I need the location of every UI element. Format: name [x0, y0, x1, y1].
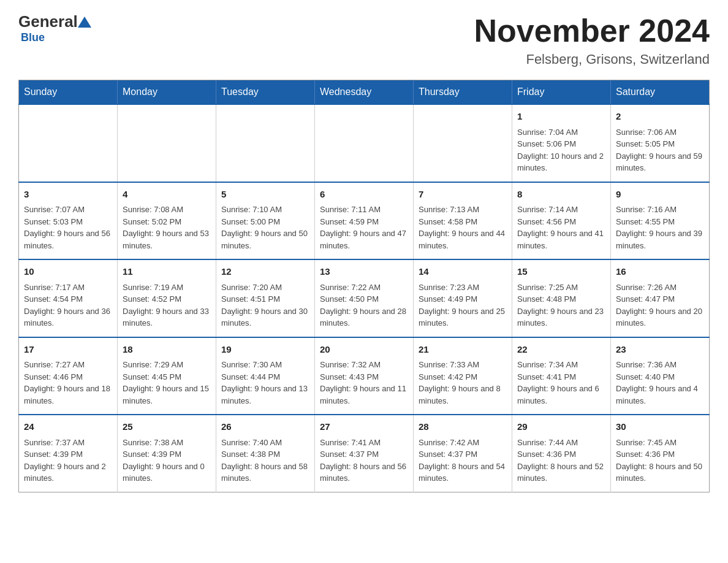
day-info: Sunrise: 7:33 AMSunset: 4:42 PMDaylight:… — [419, 359, 507, 407]
day-info: Sunrise: 7:14 AMSunset: 4:56 PMDaylight:… — [517, 204, 605, 251]
calendar-day-cell: 1Sunrise: 7:04 AMSunset: 5:06 PMDaylight… — [512, 104, 611, 182]
day-header-sunday: Sunday — [19, 80, 118, 105]
logo-text: General — [18, 12, 91, 31]
day-info: Sunrise: 7:26 AMSunset: 4:47 PMDaylight:… — [616, 282, 704, 329]
calendar-week-row: 24Sunrise: 7:37 AMSunset: 4:39 PMDayligh… — [19, 415, 710, 492]
day-info: Sunrise: 7:20 AMSunset: 4:51 PMDaylight:… — [221, 282, 309, 329]
day-info: Sunrise: 7:13 AMSunset: 4:58 PMDaylight:… — [419, 204, 507, 251]
calendar-day-cell: 29Sunrise: 7:44 AMSunset: 4:36 PMDayligh… — [512, 415, 611, 492]
day-info: Sunrise: 7:40 AMSunset: 4:38 PMDaylight:… — [221, 437, 309, 484]
day-number: 5 — [221, 188, 309, 202]
day-number: 2 — [616, 110, 704, 124]
day-header-friday: Friday — [512, 80, 611, 105]
day-number: 30 — [616, 420, 704, 434]
title-section: November 2024 Felsberg, Grisons, Switzer… — [474, 12, 710, 67]
day-info: Sunrise: 7:04 AMSunset: 5:06 PMDaylight:… — [517, 126, 605, 174]
day-header-tuesday: Tuesday — [216, 80, 315, 105]
day-number: 25 — [123, 420, 211, 434]
day-info: Sunrise: 7:38 AMSunset: 4:39 PMDaylight:… — [123, 437, 211, 484]
day-info: Sunrise: 7:32 AMSunset: 4:43 PMDaylight:… — [320, 359, 408, 407]
calendar-day-cell: 9Sunrise: 7:16 AMSunset: 4:55 PMDaylight… — [611, 182, 710, 260]
day-number: 17 — [24, 343, 112, 357]
day-info: Sunrise: 7:10 AMSunset: 5:00 PMDaylight:… — [221, 204, 309, 251]
day-header-thursday: Thursday — [414, 80, 512, 105]
day-number: 11 — [123, 265, 211, 279]
day-number: 27 — [320, 420, 408, 434]
day-info: Sunrise: 7:07 AMSunset: 5:03 PMDaylight:… — [24, 204, 112, 251]
main-title: November 2024 — [474, 12, 710, 49]
calendar-day-cell: 25Sunrise: 7:38 AMSunset: 4:39 PMDayligh… — [118, 415, 216, 492]
day-info: Sunrise: 7:17 AMSunset: 4:54 PMDaylight:… — [24, 282, 112, 329]
day-number: 19 — [221, 343, 309, 357]
calendar-day-cell: 6Sunrise: 7:11 AMSunset: 4:59 PMDaylight… — [315, 182, 414, 260]
calendar-day-cell: 21Sunrise: 7:33 AMSunset: 4:42 PMDayligh… — [414, 337, 512, 415]
day-info: Sunrise: 7:06 AMSunset: 5:05 PMDaylight:… — [616, 126, 704, 174]
calendar-week-row: 1Sunrise: 7:04 AMSunset: 5:06 PMDaylight… — [19, 104, 710, 182]
day-number: 28 — [419, 420, 507, 434]
day-number: 26 — [221, 420, 309, 434]
calendar-day-cell: 16Sunrise: 7:26 AMSunset: 4:47 PMDayligh… — [611, 259, 710, 337]
logo: General Blue — [18, 12, 91, 44]
calendar-day-cell: 22Sunrise: 7:34 AMSunset: 4:41 PMDayligh… — [512, 337, 611, 415]
calendar-day-cell — [118, 104, 216, 182]
calendar-day-cell: 2Sunrise: 7:06 AMSunset: 5:05 PMDaylight… — [611, 104, 710, 182]
calendar-day-cell: 11Sunrise: 7:19 AMSunset: 4:52 PMDayligh… — [118, 259, 216, 337]
day-info: Sunrise: 7:41 AMSunset: 4:37 PMDaylight:… — [320, 437, 408, 484]
day-number: 12 — [221, 265, 309, 279]
day-number: 22 — [517, 343, 605, 357]
day-info: Sunrise: 7:42 AMSunset: 4:37 PMDaylight:… — [419, 437, 507, 484]
calendar-day-cell: 24Sunrise: 7:37 AMSunset: 4:39 PMDayligh… — [19, 415, 118, 492]
day-header-saturday: Saturday — [611, 80, 710, 105]
calendar-day-cell: 8Sunrise: 7:14 AMSunset: 4:56 PMDaylight… — [512, 182, 611, 260]
day-info: Sunrise: 7:22 AMSunset: 4:50 PMDaylight:… — [320, 282, 408, 329]
day-info: Sunrise: 7:19 AMSunset: 4:52 PMDaylight:… — [123, 282, 211, 329]
logo-triangle-icon — [78, 17, 91, 28]
calendar-day-cell — [216, 104, 315, 182]
calendar-day-cell: 7Sunrise: 7:13 AMSunset: 4:58 PMDaylight… — [414, 182, 512, 260]
logo-subtitle: Blue — [21, 31, 45, 44]
calendar-day-cell: 18Sunrise: 7:29 AMSunset: 4:45 PMDayligh… — [118, 337, 216, 415]
calendar-header-row: SundayMondayTuesdayWednesdayThursdayFrid… — [19, 80, 710, 105]
calendar-day-cell: 30Sunrise: 7:45 AMSunset: 4:36 PMDayligh… — [611, 415, 710, 492]
day-info: Sunrise: 7:34 AMSunset: 4:41 PMDaylight:… — [517, 359, 605, 407]
day-number: 15 — [517, 265, 605, 279]
day-number: 4 — [123, 188, 211, 202]
day-info: Sunrise: 7:08 AMSunset: 5:02 PMDaylight:… — [123, 204, 211, 251]
calendar-week-row: 10Sunrise: 7:17 AMSunset: 4:54 PMDayligh… — [19, 259, 710, 337]
day-info: Sunrise: 7:45 AMSunset: 4:36 PMDaylight:… — [616, 437, 704, 484]
calendar-day-cell: 20Sunrise: 7:32 AMSunset: 4:43 PMDayligh… — [315, 337, 414, 415]
day-number: 6 — [320, 188, 408, 202]
page-header: General Blue November 2024 Felsberg, Gri… — [18, 12, 710, 67]
day-number: 18 — [123, 343, 211, 357]
day-info: Sunrise: 7:37 AMSunset: 4:39 PMDaylight:… — [24, 437, 112, 484]
day-info: Sunrise: 7:25 AMSunset: 4:48 PMDaylight:… — [517, 282, 605, 329]
day-header-monday: Monday — [118, 80, 216, 105]
svg-marker-0 — [78, 17, 91, 28]
day-number: 10 — [24, 265, 112, 279]
calendar-week-row: 3Sunrise: 7:07 AMSunset: 5:03 PMDaylight… — [19, 182, 710, 260]
day-number: 13 — [320, 265, 408, 279]
calendar-day-cell — [19, 104, 118, 182]
calendar-day-cell: 23Sunrise: 7:36 AMSunset: 4:40 PMDayligh… — [611, 337, 710, 415]
day-number: 24 — [24, 420, 112, 434]
calendar-day-cell: 12Sunrise: 7:20 AMSunset: 4:51 PMDayligh… — [216, 259, 315, 337]
calendar-day-cell: 4Sunrise: 7:08 AMSunset: 5:02 PMDaylight… — [118, 182, 216, 260]
location-subtitle: Felsberg, Grisons, Switzerland — [474, 52, 710, 67]
day-info: Sunrise: 7:16 AMSunset: 4:55 PMDaylight:… — [616, 204, 704, 251]
day-info: Sunrise: 7:36 AMSunset: 4:40 PMDaylight:… — [616, 359, 704, 407]
calendar-day-cell: 13Sunrise: 7:22 AMSunset: 4:50 PMDayligh… — [315, 259, 414, 337]
calendar-day-cell: 26Sunrise: 7:40 AMSunset: 4:38 PMDayligh… — [216, 415, 315, 492]
day-number: 23 — [616, 343, 704, 357]
day-info: Sunrise: 7:11 AMSunset: 4:59 PMDaylight:… — [320, 204, 408, 251]
day-header-wednesday: Wednesday — [315, 80, 414, 105]
calendar-day-cell — [414, 104, 512, 182]
day-info: Sunrise: 7:44 AMSunset: 4:36 PMDaylight:… — [517, 437, 605, 484]
day-info: Sunrise: 7:29 AMSunset: 4:45 PMDaylight:… — [123, 359, 211, 407]
calendar-day-cell: 28Sunrise: 7:42 AMSunset: 4:37 PMDayligh… — [414, 415, 512, 492]
day-number: 3 — [24, 188, 112, 202]
calendar-day-cell: 27Sunrise: 7:41 AMSunset: 4:37 PMDayligh… — [315, 415, 414, 492]
day-number: 29 — [517, 420, 605, 434]
day-number: 20 — [320, 343, 408, 357]
calendar-day-cell: 5Sunrise: 7:10 AMSunset: 5:00 PMDaylight… — [216, 182, 315, 260]
day-number: 7 — [419, 188, 507, 202]
